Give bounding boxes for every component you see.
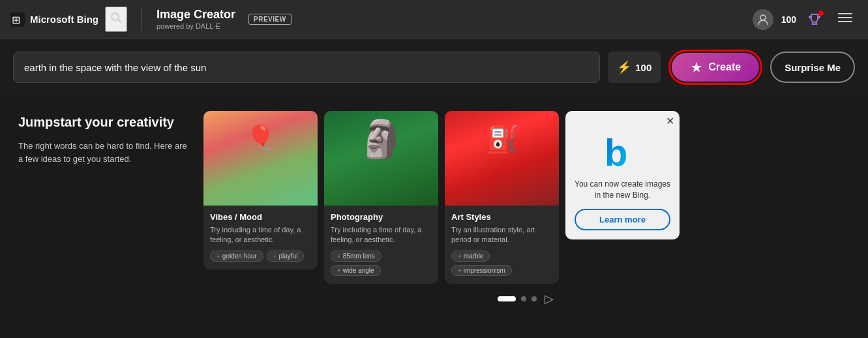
card-photography-image bbox=[324, 111, 438, 206]
hamburger-menu-button[interactable] bbox=[833, 9, 858, 29]
bing-logo-icon: ⊞ bbox=[10, 12, 25, 27]
promo-bing-logo: b bbox=[565, 111, 680, 179]
tag-impressionism[interactable]: +impressionism bbox=[451, 265, 512, 276]
card-photography-tags: +85mm lens +wide angle bbox=[331, 251, 432, 276]
card-photography-desc: Try including a time of day, a feeling, … bbox=[331, 225, 432, 245]
promo-close-button[interactable]: ✕ bbox=[666, 116, 674, 127]
card-art-styles-tags: +marble +impressionism bbox=[451, 251, 552, 276]
pagination: ▷ bbox=[203, 292, 850, 306]
coins-count: 100 bbox=[781, 14, 796, 25]
tag-wide-angle[interactable]: +wide angle bbox=[331, 265, 381, 276]
header-divider bbox=[142, 8, 142, 31]
create-button-label: Create bbox=[708, 61, 741, 73]
cards-area: Vibes / Mood Try including a time of day… bbox=[203, 111, 850, 326]
card-photography[interactable]: Photography Try including a time of day,… bbox=[324, 111, 438, 284]
create-button[interactable]: Create bbox=[672, 53, 759, 82]
card-photography-title: Photography bbox=[331, 212, 432, 222]
card-vibes-image bbox=[203, 111, 318, 206]
header-right: 100 bbox=[753, 9, 858, 30]
svg-text:b: b bbox=[605, 131, 627, 172]
user-avatar-button[interactable] bbox=[753, 9, 773, 30]
left-panel: Jumpstart your creativity The right word… bbox=[18, 111, 188, 326]
pagination-next-button[interactable]: ▷ bbox=[542, 292, 556, 306]
app-title: Image Creator bbox=[157, 8, 235, 22]
menu-icon bbox=[838, 12, 852, 23]
card-art-styles-info: Art Styles Try an illustration style, ar… bbox=[445, 206, 559, 284]
card-art-styles[interactable]: Art Styles Try an illustration style, ar… bbox=[445, 111, 559, 284]
promo-card: ✕ b You can now create images in the new… bbox=[565, 111, 680, 239]
tag-marble[interactable]: +marble bbox=[451, 251, 490, 262]
header: ⊞ Microsoft Bing Image Creator powered b… bbox=[0, 0, 868, 39]
bing-logo[interactable]: ⊞ Microsoft Bing bbox=[10, 12, 98, 27]
pagination-dot-active[interactable] bbox=[498, 296, 516, 301]
jumpstart-title: Jumpstart your creativity bbox=[18, 114, 188, 131]
tag-85mm-lens[interactable]: +85mm lens bbox=[331, 251, 382, 262]
card-vibes[interactable]: Vibes / Mood Try including a time of day… bbox=[203, 111, 318, 269]
user-icon bbox=[757, 14, 769, 25]
card-vibes-desc: Try including a time of day, a feeling, … bbox=[210, 225, 311, 245]
create-button-icon bbox=[690, 61, 703, 74]
svg-point-4 bbox=[760, 15, 766, 20]
boost-icon: ⚡ bbox=[617, 60, 631, 74]
tag-golden-hour[interactable]: +golden hour bbox=[210, 251, 263, 262]
rewards-button[interactable] bbox=[804, 9, 825, 30]
header-left: ⊞ Microsoft Bing Image Creator powered b… bbox=[10, 7, 292, 32]
cards-row: Vibes / Mood Try including a time of day… bbox=[203, 111, 850, 284]
card-vibes-info: Vibes / Mood Try including a time of day… bbox=[203, 206, 318, 269]
prompt-input[interactable] bbox=[24, 62, 589, 73]
learn-more-button[interactable]: Learn more bbox=[575, 209, 670, 230]
promo-text: You can now create images in the new Bin… bbox=[565, 179, 680, 209]
jumpstart-desc: The right words can be hard to find. Her… bbox=[18, 140, 188, 165]
card-vibes-title: Vibes / Mood bbox=[210, 212, 311, 222]
trophy-notification-dot bbox=[818, 10, 824, 16]
boost-badge: ⚡ 100 bbox=[608, 52, 661, 83]
search-input-wrapper bbox=[13, 52, 600, 83]
surprise-me-button[interactable]: Surprise Me bbox=[770, 52, 855, 83]
app-subtitle: powered by DALL·E bbox=[157, 22, 235, 31]
card-art-styles-title: Art Styles bbox=[451, 212, 552, 222]
app-title-block: Image Creator powered by DALL·E bbox=[157, 8, 235, 31]
card-photography-info: Photography Try including a time of day,… bbox=[324, 206, 438, 284]
bing-promo-icon: b bbox=[602, 131, 644, 172]
tag-playful[interactable]: +playful bbox=[267, 251, 305, 262]
svg-line-3 bbox=[118, 20, 121, 23]
main-content: Jumpstart your creativity The right word… bbox=[0, 95, 868, 338]
search-bar-row: ⚡ 100 Create Surprise Me bbox=[0, 39, 868, 95]
card-art-styles-desc: Try an illustration style, art period or… bbox=[451, 225, 552, 245]
svg-text:⊞: ⊞ bbox=[12, 14, 20, 25]
header-search-button[interactable] bbox=[105, 7, 127, 32]
card-art-styles-image bbox=[445, 111, 559, 206]
card-vibes-tags: +golden hour +playful bbox=[210, 251, 311, 262]
pagination-dot-2[interactable] bbox=[521, 296, 526, 301]
preview-badge: PREVIEW bbox=[248, 14, 292, 25]
create-button-wrapper: Create bbox=[668, 50, 762, 85]
pagination-dot-3[interactable] bbox=[531, 296, 537, 301]
boost-count: 100 bbox=[635, 62, 651, 73]
bing-brand-text: Microsoft Bing bbox=[30, 14, 98, 25]
search-icon bbox=[110, 12, 122, 23]
surprise-button-label: Surprise Me bbox=[785, 62, 841, 73]
